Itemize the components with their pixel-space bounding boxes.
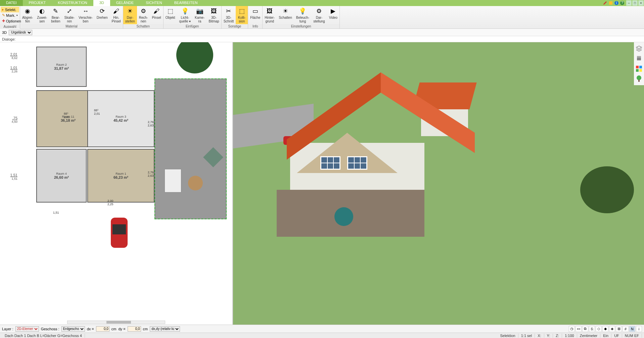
ribbon-btn-hinpinsel[interactable]: 🖌Hin.Pinsel — [110, 6, 123, 24]
view-mode-label: 3D — [2, 31, 7, 35]
ribbon-group-label: Info — [248, 24, 262, 29]
menu-bar: DATEI PROJEKT KONSTRUKTION 3D GELÄNDE SI… — [0, 0, 644, 6]
info-small-icon[interactable]: i — [636, 326, 642, 332]
ribbon-btn-skalieren[interactable]: ⤢Skalie-ren — [62, 6, 77, 24]
ribbon-btn-label: Zuwei-sen — [37, 16, 47, 23]
help-icon[interactable]: ? — [620, 1, 625, 5]
ribbon-btn-label: Dar-stellen — [125, 16, 135, 23]
link-icon[interactable]: ⧉ — [582, 326, 588, 332]
selekt-button[interactable]: ▸Selekt. — [1, 7, 19, 12]
close-button[interactable]: × — [638, 0, 644, 6]
screen-icon[interactable]: ▭ — [576, 326, 582, 332]
ribbon-icon: ⚙ — [139, 7, 147, 15]
optionen-button[interactable]: ✚Optionen — [1, 18, 19, 24]
status-x: X: — [535, 334, 544, 338]
menu-3d[interactable]: 3D — [93, 0, 110, 6]
mark-button[interactable]: ✎Mark.▾ — [1, 12, 19, 18]
room[interactable]: Raum 426,60 m² — [36, 149, 87, 203]
geschoss-select[interactable]: Erdgeschos — [61, 326, 85, 332]
north-icon[interactable]: N — [629, 326, 635, 332]
ribbon-icon: ✂ — [225, 7, 233, 15]
dx-input[interactable] — [96, 326, 109, 332]
dy-input[interactable] — [128, 326, 141, 332]
status-scale: 1:100 — [562, 334, 577, 338]
view-2d[interactable]: 2,018,621,012,26,754,501,511,51 Raum 231… — [0, 42, 233, 325]
mode-select[interactable]: dx,dy (relativ ka — [150, 326, 180, 332]
ribbon-btn-verschieben[interactable]: ↔Verschie-ben — [77, 6, 95, 24]
ribbon-btn-video[interactable]: ▶Video — [327, 6, 339, 24]
layers-icon[interactable] — [635, 45, 643, 52]
ribbon-btn-hintergrund[interactable]: 🖼Hinter-grund — [263, 6, 277, 24]
ribbon-btn-flche[interactable]: ▭Fläche — [248, 6, 262, 24]
copy-icon[interactable]: ⎘ — [589, 326, 595, 332]
tool-icon[interactable] — [608, 1, 613, 5]
dimension-label: 2,00 2,25 — [107, 199, 113, 206]
ribbon-btn-darstellung[interactable]: ⚙Dar-stellung — [311, 6, 327, 24]
ribbon-btn-zuweisen[interactable]: ◐Zuwei-sen — [35, 6, 49, 24]
maximize-button[interactable]: □ — [632, 0, 638, 6]
snap1-icon[interactable]: ◇ — [596, 326, 602, 332]
menu-file[interactable]: DATEI — [0, 0, 23, 6]
view-3d[interactable] — [233, 42, 644, 325]
status-num: NUM EF — [622, 334, 642, 338]
layer-dropdown[interactable]: Urgelände — [9, 30, 32, 35]
chair-icon[interactable] — [635, 55, 643, 62]
ribbon-btn-kollision[interactable]: ⬚Kolli-sion — [236, 6, 248, 24]
ribbon-btn-abgreifen[interactable]: ◉Abgrei-fen — [20, 6, 35, 24]
ribbon-btn-lichtquelle[interactable]: 💡Licht-quelle ▾ — [177, 6, 193, 24]
ribbon-icon: ☀ — [126, 7, 134, 15]
ribbon-btn-bearbeiten[interactable]: ✎Bear-beiten — [49, 6, 62, 24]
menu-projekt[interactable]: PROJEKT — [23, 0, 52, 6]
clock-icon[interactable]: ◷ — [569, 326, 575, 332]
ribbon-btn-label: Objekt — [166, 16, 175, 19]
status-y: Y: — [544, 334, 553, 338]
ribbon-icon: 📷 — [196, 7, 204, 15]
ribbon-btn-label: Bear-beiten — [51, 16, 60, 23]
menu-konstruktion[interactable]: KONSTRUKTION — [52, 0, 93, 6]
ribbon-btn-objekt[interactable]: ⬚Objekt — [164, 6, 177, 24]
ribbon-btn-beleuchtung[interactable]: 💡Beleuch-tung — [294, 6, 311, 24]
ribbon-btn-label: Dar-stellung — [313, 16, 325, 23]
svg-point-14 — [334, 207, 353, 226]
windows-row — [320, 156, 367, 170]
ribbon-group-auswahl: Auswahl — [0, 24, 20, 29]
ruler-dim: 1,511,51 — [3, 173, 17, 180]
room[interactable]: Raum 345,42 m² — [87, 90, 154, 147]
ribbon-btn-label: Abgrei-fen — [22, 16, 33, 23]
room-area: 26,60 m² — [54, 175, 69, 179]
ribbon-btn-pinsel[interactable]: 🖌Pinsel — [150, 6, 163, 24]
snap2-icon[interactable]: ◆ — [602, 326, 608, 332]
ribbon-btn-kamera[interactable]: 📷Kame-ra — [193, 6, 206, 24]
ribbon-btn-label: Video — [329, 16, 337, 19]
ribbon-btn-dschnitt[interactable]: ✂3D-Schnitt — [222, 6, 236, 24]
dialoge-label: Dialoge: — [2, 37, 15, 41]
hash-icon[interactable]: # — [623, 326, 629, 332]
layer-select[interactable]: 2D-Elemen — [15, 326, 39, 332]
info-icon[interactable]: i — [614, 1, 619, 5]
svg-marker-8 — [203, 147, 223, 167]
floor-plan[interactable]: Raum 231,87 m²Raum 1136,18 m²Raum 345,42… — [20, 45, 230, 322]
ribbon-btn-schatten[interactable]: ☀Schatten — [277, 6, 294, 24]
ribbon-btn-rechnen[interactable]: ⚙Rech-nen — [137, 6, 150, 24]
ribbon-btn-dbitmap[interactable]: 🖼3D-Bitmap — [207, 6, 221, 24]
ribbon-btn-label: Drehen — [97, 16, 108, 19]
menu-gelaende[interactable]: GELÄNDE — [110, 0, 140, 6]
ribbon-btn-label: Fläche — [250, 16, 260, 19]
ribbon-btn-darstellen[interactable]: ☀Dar-stellen — [123, 6, 137, 24]
menu-sichten[interactable]: SICHTEN — [140, 0, 168, 6]
room[interactable]: Raum 166,23 m² — [87, 149, 154, 203]
minimize-button[interactable]: – — [626, 0, 632, 6]
window-controls: – □ × — [626, 0, 644, 6]
palette-icon[interactable] — [635, 65, 643, 72]
menu-bearbeiten[interactable]: BEARBEITEN — [168, 0, 204, 6]
dialoge-bar: Dialoge: — [0, 36, 644, 42]
snap3-icon[interactable]: ◈ — [609, 326, 615, 332]
ribbon-btn-drehen[interactable]: ⟳Drehen — [95, 6, 110, 24]
room[interactable]: Raum 231,87 m² — [36, 47, 87, 87]
scrollbar-horizontal[interactable] — [67, 321, 165, 324]
dimension-label: 1,51 — [53, 211, 59, 214]
pencil-icon[interactable] — [603, 1, 607, 5]
tree-sidebar-icon[interactable] — [635, 75, 643, 82]
room-area: 45,42 m² — [113, 118, 128, 122]
grid-icon[interactable]: ⊞ — [616, 326, 622, 332]
